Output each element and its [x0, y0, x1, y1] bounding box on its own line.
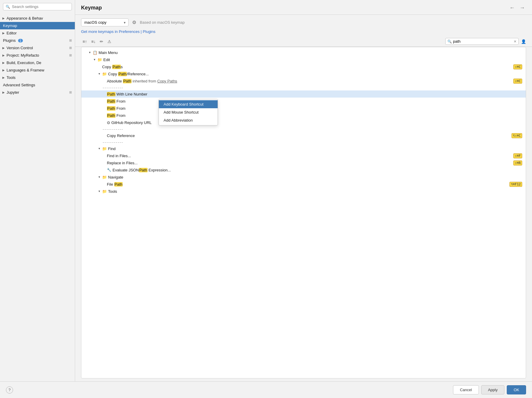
search-person-button[interactable]: 👤: [521, 39, 526, 44]
tree-row-copy-reference[interactable]: Copy Reference ⌥⇧⌘C: [81, 132, 526, 139]
tree-row-navigate[interactable]: ▼ 📁 Navigate: [81, 173, 526, 181]
tree-item-label: Find in Files...: [107, 154, 131, 158]
chevron-down-icon: ▼: [98, 147, 101, 150]
tree-row-replace-in-files[interactable]: Replace in Files... ⇧⌘R: [81, 159, 526, 166]
chevron-right-icon: ▶: [2, 76, 5, 79]
sidebar-item-project[interactable]: ▶ Project: MyRefacto ⊞: [0, 52, 75, 59]
shortcut-key: ⇧⌘C: [513, 64, 522, 69]
tree-item-label: Path From: [107, 106, 126, 111]
search-clear-button[interactable]: ✕: [514, 39, 517, 44]
highlight-path: Path: [107, 106, 115, 111]
tree-container[interactable]: ▼ 📋 Main Menu ▼ 📁 Edit Copy Paths ⇧⌘C: [81, 47, 526, 378]
tree-row-tools[interactable]: ▼ 📁 Tools: [81, 188, 526, 195]
tree-row-find[interactable]: ▼ 📁 Find: [81, 145, 526, 152]
search-area: 🔍 ✕: [445, 38, 519, 45]
external-icon: ⊞: [69, 90, 72, 94]
tree-item-label: Navigate: [108, 175, 123, 179]
context-menu-item-add-abbreviation[interactable]: Add Abbreviation: [159, 116, 218, 124]
sidebar-item-languages[interactable]: ▶ Languages & Framew: [0, 66, 75, 74]
sidebar-item-label: Advanced Settings: [3, 83, 35, 87]
tree-row-copy-path-ref[interactable]: ▼ 📁 Copy Path/Reference...: [81, 70, 526, 77]
tree-item-label: File Path: [107, 182, 123, 187]
chevron-down-icon: ▼: [88, 51, 91, 54]
cancel-button[interactable]: Cancel: [453, 385, 479, 394]
tree-row-main-menu[interactable]: ▼ 📋 Main Menu: [81, 49, 526, 56]
tree-row-path-from-1[interactable]: Path From: [81, 98, 526, 105]
keymap-settings-button[interactable]: ⚙: [132, 19, 137, 26]
sidebar-item-build[interactable]: ▶ Build, Execution, De: [0, 59, 75, 66]
sidebar-item-version-control[interactable]: ▶ Version Control ⊞: [0, 44, 75, 52]
tree-item-label: Copy Path/Reference...: [108, 72, 149, 76]
external-icon: ⊞: [69, 53, 72, 57]
tree-row-find-in-files[interactable]: Find in Files... ⇧⌘F: [81, 152, 526, 159]
external-icon: ⊞: [69, 46, 72, 50]
get-more-keymaps-link[interactable]: Get more keymaps in Preferences | Plugin…: [81, 29, 156, 34]
expand-all-button[interactable]: ≡↑: [81, 38, 88, 45]
sidebar-list: ▶ Appearance & Behav Keymap ▶ Editor Plu…: [0, 13, 75, 381]
chevron-down-icon: ▼: [98, 72, 101, 75]
context-menu-item-add-mouse[interactable]: Add Mouse Shortcut: [159, 108, 218, 116]
chevron-right-icon: ▶: [2, 31, 5, 35]
sidebar-item-label: Plugins: [3, 38, 16, 43]
tree-item-label: Copy Reference: [107, 133, 135, 138]
sidebar-item-keymap[interactable]: Keymap: [0, 22, 75, 29]
sidebar-item-tools[interactable]: ▶ Tools: [0, 74, 75, 81]
keymap-dropdown[interactable]: macOS copy: [81, 18, 129, 26]
context-menu-item-add-keyboard[interactable]: Add Keyboard Shortcut: [159, 100, 218, 108]
tree-item-label: Main Menu: [99, 50, 118, 55]
context-menu: Add Keyboard Shortcut Add Mouse Shortcut…: [159, 99, 218, 125]
keymap-controls: macOS copy ▼ ⚙ Based on macOS keymap Get…: [75, 15, 532, 36]
main-header: Keymap ← →: [75, 0, 532, 15]
collapse-all-button[interactable]: ≡↓: [90, 38, 97, 45]
folder-icon: 📁: [97, 58, 102, 62]
help-button[interactable]: ?: [6, 386, 13, 394]
tree-row-eval-jsonpath[interactable]: 🔧 Evaluate JSONPath Expression...: [81, 166, 526, 173]
shortcut-badge: ⇧⌘F: [513, 153, 522, 158]
tree-row-path-from-3[interactable]: Path From: [81, 112, 526, 119]
ok-button[interactable]: OK: [507, 385, 526, 394]
edit-button[interactable]: ✏: [98, 38, 105, 45]
folder-icon: 📁: [102, 175, 107, 179]
back-button[interactable]: ←: [508, 4, 516, 12]
tree-row-absolute-path[interactable]: Absolute Path inherited from Copy Paths …: [81, 77, 526, 85]
tree-item-label: Copy Paths: [102, 65, 123, 69]
sidebar-item-jupyter[interactable]: ▶ Jupyter ⊞: [0, 89, 75, 96]
shortcut-badge: ⌥⇧⌘C: [512, 133, 522, 138]
github-icon: ⊙: [107, 120, 110, 125]
chevron-right-icon: ▶: [2, 61, 5, 64]
shortcut-key: ⇧⌘C: [513, 79, 522, 84]
sidebar-search-box[interactable]: 🔍: [3, 3, 72, 10]
highlight-path: Path: [114, 182, 123, 187]
header-nav: ← →: [508, 4, 526, 12]
warning-button[interactable]: ⚠: [106, 38, 113, 45]
toolbar-row: ≡↑ ≡↓ ✏ ⚠ 🔍 ✕ 👤: [75, 36, 532, 47]
highlight-path: Path: [107, 99, 115, 104]
tree-row-edit[interactable]: ▼ 📁 Edit: [81, 56, 526, 63]
chevron-right-icon: ▶: [2, 91, 5, 94]
keymap-row1: macOS copy ▼ ⚙ Based on macOS keymap: [81, 18, 526, 26]
shortcut-key: ⇧⌘F: [513, 153, 522, 158]
sidebar-item-label: Languages & Framew: [7, 68, 44, 72]
folder-icon: 📁: [102, 189, 107, 194]
tree-item-label: Tools: [108, 189, 117, 194]
tree-row-file-path[interactable]: File Path ⌥⌘F12: [81, 181, 526, 188]
highlight-path: Path: [107, 92, 115, 96]
keymap-search-input[interactable]: [453, 39, 512, 44]
sidebar-item-appearance[interactable]: ▶ Appearance & Behav: [0, 15, 75, 22]
tree-row-path-from-2[interactable]: Path From: [81, 105, 526, 112]
chevron-right-icon: ▶: [2, 17, 5, 20]
tree-row-github-url[interactable]: ⊙ GitHub Repository URL: [81, 119, 526, 126]
sidebar-item-label: Version Control: [7, 46, 33, 50]
sidebar-item-advanced[interactable]: Advanced Settings: [0, 81, 75, 89]
sidebar-search-input[interactable]: [12, 4, 69, 9]
apply-button[interactable]: Apply: [481, 385, 505, 394]
folder-icon: 📋: [93, 50, 97, 55]
tree-row-path-with-line[interactable]: Path With Line Number: [81, 90, 526, 98]
sidebar-item-editor[interactable]: ▶ Editor: [0, 29, 75, 37]
sidebar-item-plugins[interactable]: Plugins 1 ⊞: [0, 37, 75, 44]
forward-button[interactable]: →: [518, 4, 526, 12]
chevron-right-icon: ▶: [2, 54, 5, 57]
sidebar-item-label: Tools: [7, 75, 15, 80]
tree-row-copy-paths[interactable]: Copy Paths ⇧⌘C: [81, 63, 526, 70]
tree-separator: -----------: [81, 126, 526, 132]
